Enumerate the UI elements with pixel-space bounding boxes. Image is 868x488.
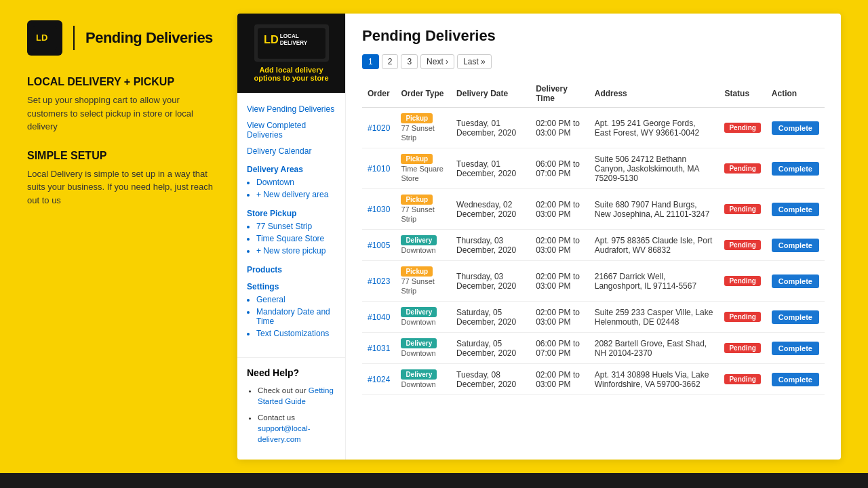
cell-address-5: Suite 259 233 Casper Ville, Lake Helenmo…: [589, 302, 719, 333]
order-link-5[interactable]: #1040: [368, 312, 390, 322]
order-link-1[interactable]: #1010: [368, 164, 390, 174]
complete-button-2[interactable]: Complete: [772, 203, 819, 216]
sidebar-item-new-store-pickup[interactable]: + New store pickup: [256, 245, 345, 257]
help-contact-prefix: Contact us: [258, 413, 295, 422]
order-link-3[interactable]: #1005: [368, 241, 390, 250]
cell-order-5: #1040: [362, 302, 395, 333]
type-badge-3: Delivery: [401, 235, 437, 245]
pagination: 1 2 3 Next › Last »: [362, 54, 825, 69]
section1-text: Set up your shopping cart to allow your …: [27, 94, 217, 134]
complete-button-7[interactable]: Complete: [772, 373, 819, 386]
order-link-4[interactable]: #1023: [368, 277, 390, 286]
type-sub-7: Downtown: [401, 380, 435, 388]
section2-title: SIMPLE SETUP: [27, 150, 217, 162]
status-badge-2: Pending: [724, 204, 760, 214]
settings-label[interactable]: Settings: [237, 277, 345, 293]
cell-order-1: #1010: [362, 148, 395, 189]
complete-button-4[interactable]: Complete: [772, 274, 819, 288]
page-btn-2[interactable]: 2: [382, 54, 399, 69]
table-row: #1023 Pickup 77 Sunset Strip Thursday, 0…: [362, 261, 825, 302]
page-btn-last[interactable]: Last »: [457, 54, 492, 69]
cell-type-4: Pickup 77 Sunset Strip: [395, 261, 451, 302]
cell-order-2: #1030: [362, 189, 395, 230]
col-address: Address: [589, 80, 719, 108]
status-badge-3: Pending: [724, 240, 760, 250]
cell-date-2: Wednesday, 02 December, 2020: [451, 189, 530, 230]
help-item-guide: Check out our Getting Started Guide: [258, 385, 336, 407]
page-btn-3[interactable]: 3: [401, 54, 418, 69]
sidebar: LD LOCAL DELIVERY Add local delivery opt…: [237, 14, 346, 460]
type-sub-5: Downtown: [401, 318, 435, 326]
logo-icon: LD: [27, 20, 62, 56]
sidebar-item-mandatory-date[interactable]: Mandatory Date and Time: [256, 306, 345, 327]
table-row: #1005 Delivery Downtown Thursday, 03 Dec…: [362, 230, 825, 261]
sidebar-section-settings: Settings General Mandatory Date and Time…: [237, 277, 345, 340]
svg-text:DELIVERY: DELIVERY: [279, 39, 307, 45]
cell-status-4: Pending: [719, 261, 766, 302]
cell-address-7: Apt. 314 30898 Huels Via, Lake Winfordsh…: [589, 364, 719, 395]
help-contact-email[interactable]: support@local-delivery.com: [258, 424, 311, 443]
logo-area: LD Pending Deliveries: [27, 20, 217, 56]
order-link-2[interactable]: #1030: [368, 205, 390, 214]
complete-button-6[interactable]: Complete: [772, 342, 819, 355]
store-pickup-label[interactable]: Store Pickup: [237, 203, 345, 220]
order-link-6[interactable]: #1031: [368, 344, 390, 353]
cell-action-1: Complete: [766, 148, 825, 189]
complete-button-5[interactable]: Complete: [772, 310, 819, 324]
sidebar-item-time-square[interactable]: Time Square Store: [256, 232, 345, 245]
cell-status-6: Pending: [719, 333, 766, 364]
status-badge-7: Pending: [724, 374, 760, 384]
sidebar-item-77-sunset[interactable]: 77 Sunset Strip: [256, 220, 345, 232]
sidebar-section-delivery-areas: Delivery Areas Downtown + New delivery a…: [237, 159, 345, 201]
delivery-areas-label[interactable]: Delivery Areas: [237, 159, 345, 176]
deliveries-table: Order Order Type Delivery Date Delivery …: [362, 80, 825, 395]
cell-date-5: Saturday, 05 December, 2020: [451, 302, 530, 333]
sidebar-item-delivery-calendar[interactable]: Delivery Calendar: [237, 143, 345, 159]
status-badge-4: Pending: [724, 276, 760, 286]
cell-action-6: Complete: [766, 333, 825, 364]
sidebar-item-new-delivery-area[interactable]: + New delivery area: [256, 188, 345, 201]
complete-button-0[interactable]: Complete: [772, 121, 819, 135]
page-btn-1[interactable]: 1: [362, 54, 379, 69]
status-badge-6: Pending: [724, 343, 760, 353]
svg-text:LD: LD: [36, 33, 47, 43]
sidebar-item-view-completed[interactable]: View Completed Deliveries: [237, 117, 345, 143]
cell-order-0: #1020: [362, 108, 395, 148]
left-panel: LD Pending Deliveries LOCAL DELIVERY + P…: [27, 14, 217, 460]
type-badge-2: Pickup: [401, 195, 433, 205]
order-link-7[interactable]: #1024: [368, 375, 390, 384]
cell-status-1: Pending: [719, 148, 766, 189]
type-sub-6: Downtown: [401, 349, 435, 357]
cell-action-2: Complete: [766, 189, 825, 230]
sidebar-item-general[interactable]: General: [256, 293, 345, 306]
cell-address-0: Apt. 195 241 George Fords, East Forest, …: [589, 108, 719, 148]
cell-type-0: Pickup 77 Sunset Strip: [395, 108, 451, 148]
cell-status-0: Pending: [719, 108, 766, 148]
sidebar-item-downtown[interactable]: Downtown: [256, 176, 345, 188]
section2-text: Local Delivery is simple to set up in a …: [27, 167, 217, 207]
order-link-0[interactable]: #1020: [368, 123, 390, 133]
cell-address-3: Apt. 975 88365 Claude Isle, Port Audrafo…: [589, 230, 719, 261]
complete-button-3[interactable]: Complete: [772, 239, 819, 252]
main-area: Pending Deliveries 1 2 3 Next › Last » O…: [346, 14, 841, 460]
cell-status-2: Pending: [719, 189, 766, 230]
page-btn-next[interactable]: Next ›: [420, 54, 454, 69]
cell-address-2: Suite 680 7907 Hand Burgs, New Josephina…: [589, 189, 719, 230]
cell-type-3: Delivery Downtown: [395, 230, 451, 261]
products-label[interactable]: Products: [237, 260, 345, 277]
cell-time-1: 06:00 PM to 07:00 PM: [530, 148, 589, 189]
table-row: #1030 Pickup 77 Sunset Strip Wednesday, …: [362, 189, 825, 230]
cell-order-7: #1024: [362, 364, 395, 395]
cell-status-3: Pending: [719, 230, 766, 261]
cell-date-0: Tuesday, 01 December, 2020: [451, 108, 530, 148]
table-row: #1024 Delivery Downtown Tuesday, 08 Dece…: [362, 364, 825, 395]
cell-time-0: 02:00 PM to 03:00 PM: [530, 108, 589, 148]
cell-action-3: Complete: [766, 230, 825, 261]
cell-order-4: #1023: [362, 261, 395, 302]
sidebar-item-view-pending[interactable]: View Pending Deliveries: [237, 101, 345, 117]
svg-text:LOCAL: LOCAL: [279, 33, 298, 39]
cell-type-2: Pickup 77 Sunset Strip: [395, 189, 451, 230]
sidebar-item-text-customizations[interactable]: Text Customizations: [256, 327, 345, 340]
complete-button-1[interactable]: Complete: [772, 162, 819, 176]
cell-type-7: Delivery Downtown: [395, 364, 451, 395]
